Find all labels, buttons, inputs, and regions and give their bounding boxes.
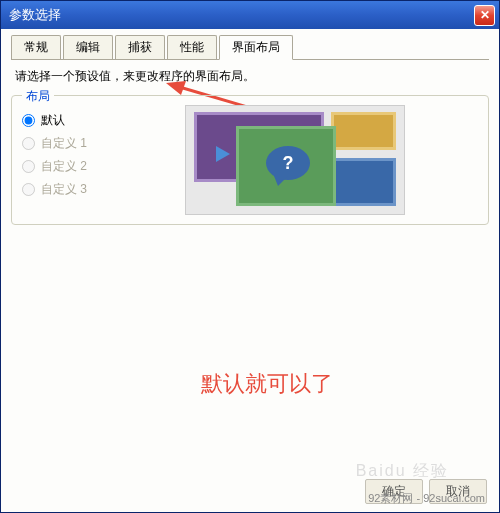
tab-layout[interactable]: 界面布局 xyxy=(219,35,293,60)
radio-group: 默认 自定义 1 自定义 2 自定义 3 xyxy=(22,106,112,214)
close-icon: ✕ xyxy=(480,8,490,22)
tab-capture[interactable]: 捕获 xyxy=(115,35,165,59)
tab-edit[interactable]: 编辑 xyxy=(63,35,113,59)
close-button[interactable]: ✕ xyxy=(474,5,495,26)
preview-arrow-icon xyxy=(216,146,230,162)
settings-window: 参数选择 ✕ 常规 编辑 捕获 性能 界面布局 请选择一个预设值，来更改程序的界… xyxy=(0,0,500,513)
tab-bar: 常规 编辑 捕获 性能 界面布局 xyxy=(11,35,489,60)
preview-panel-blue xyxy=(331,158,396,206)
question-icon: ? xyxy=(283,153,294,174)
radio-default-input[interactable] xyxy=(22,114,35,127)
preview-panel-yellow xyxy=(331,112,396,150)
radio-custom3[interactable]: 自定义 3 xyxy=(22,181,112,198)
layout-legend: 布局 xyxy=(22,88,54,105)
radio-default[interactable]: 默认 xyxy=(22,112,112,129)
radio-custom2-input[interactable] xyxy=(22,160,35,173)
tab-performance[interactable]: 性能 xyxy=(167,35,217,59)
preview-box: ? xyxy=(185,105,405,215)
radio-custom1-input[interactable] xyxy=(22,137,35,150)
radio-custom2[interactable]: 自定义 2 xyxy=(22,158,112,175)
radio-custom3-input[interactable] xyxy=(22,183,35,196)
window-title: 参数选择 xyxy=(9,6,474,24)
layout-preview: ? xyxy=(112,106,478,214)
preview-help-bubble: ? xyxy=(266,146,310,180)
content-area: 常规 编辑 捕获 性能 界面布局 请选择一个预设值，来更改程序的界面布局。 布局… xyxy=(1,29,499,512)
instruction-text: 请选择一个预设值，来更改程序的界面布局。 xyxy=(15,68,489,85)
layout-group: 布局 默认 自定义 1 自定义 2 自定义 3 xyxy=(11,95,489,225)
annotation-text: 默认就可以了 xyxy=(201,369,333,399)
watermark-site: 92素材网 - 92sucai.com xyxy=(368,491,485,506)
radio-custom1[interactable]: 自定义 1 xyxy=(22,135,112,152)
titlebar: 参数选择 ✕ xyxy=(1,1,499,29)
tab-general[interactable]: 常规 xyxy=(11,35,61,59)
